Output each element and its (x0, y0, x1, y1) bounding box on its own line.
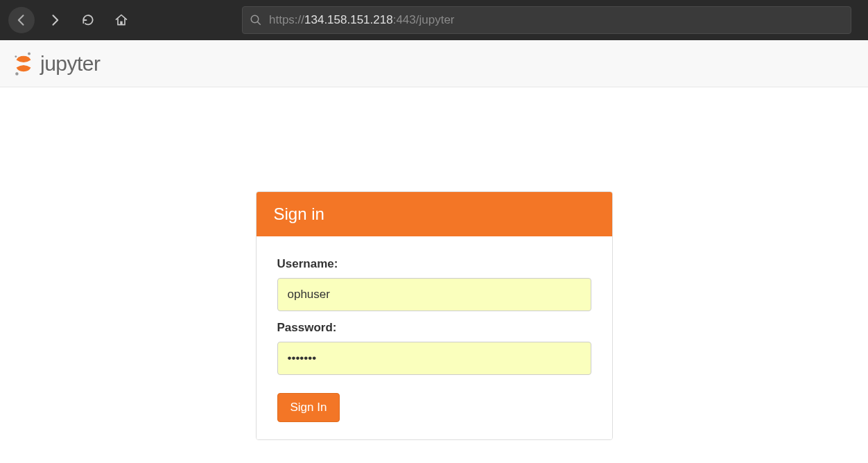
password-input[interactable] (277, 342, 591, 375)
jupyter-logo-text: jupyter (40, 52, 101, 76)
home-button[interactable] (108, 7, 134, 33)
password-label: Password: (277, 321, 591, 335)
url-text: https://134.158.151.218:443/jupyter (269, 13, 455, 27)
nav-buttons (8, 7, 134, 33)
browser-toolbar: https://134.158.151.218:443/jupyter (0, 0, 868, 40)
svg-rect-0 (120, 21, 122, 25)
search-icon (250, 14, 262, 26)
arrow-left-icon (15, 13, 28, 27)
jupyter-header: jupyter (0, 40, 868, 87)
svg-point-1 (251, 15, 259, 23)
url-protocol: https:// (269, 13, 304, 27)
main-content: Sign in Username: Password: Sign In (0, 87, 868, 440)
signin-header: Sign in (257, 192, 612, 236)
signin-button[interactable]: Sign In (277, 393, 340, 422)
arrow-right-icon (48, 13, 62, 27)
password-group: Password: (277, 321, 591, 375)
url-port-path: :443/jupyter (393, 13, 455, 27)
forward-button[interactable] (42, 7, 68, 33)
jupyter-logo[interactable]: jupyter (12, 51, 101, 76)
jupyter-logo-icon (12, 51, 35, 76)
url-host: 134.158.151.218 (304, 13, 393, 27)
username-label: Username: (277, 257, 591, 271)
address-bar[interactable]: https://134.158.151.218:443/jupyter (242, 6, 851, 34)
reload-button[interactable] (75, 7, 101, 33)
signin-body: Username: Password: Sign In (257, 236, 612, 439)
back-button[interactable] (8, 7, 35, 33)
svg-point-4 (15, 55, 17, 58)
username-input[interactable] (277, 278, 591, 311)
signin-panel: Sign in Username: Password: Sign In (256, 191, 613, 440)
home-icon (114, 13, 128, 27)
svg-line-2 (257, 21, 261, 25)
svg-point-3 (28, 52, 31, 55)
reload-icon (81, 13, 95, 27)
svg-point-5 (15, 72, 18, 75)
username-group: Username: (277, 257, 591, 311)
